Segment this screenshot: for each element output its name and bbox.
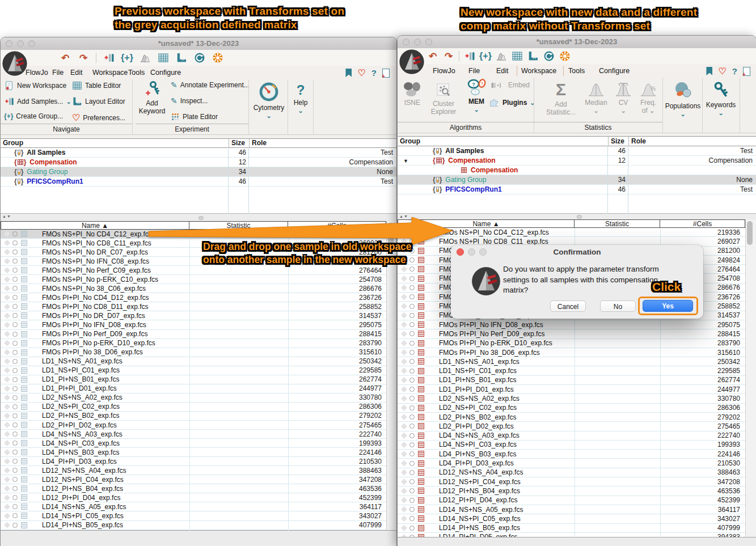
sample-row[interactable]: LD1_NS+NS_A01_exp.fcs 250342: [398, 357, 745, 366]
create-group-icon[interactable]: {+}: [480, 50, 491, 62]
splitter-handle[interactable]: [198, 216, 204, 220]
sample-row[interactable]: LD1_PI+PI_D01_exp.fcs 244977: [1, 384, 386, 393]
sample-row[interactable]: FMOs PI+PI_No p-ERK_D10_exp.fcs 283790: [1, 339, 386, 348]
sample-row[interactable]: LD14_PI+NS_B05_exp.fcs 407999: [398, 524, 745, 533]
layout-editor-button[interactable]: Layout Editor: [72, 96, 125, 107]
sample-row[interactable]: LD1_PI+NS_B01_exp.fcs 262774: [1, 375, 386, 384]
refresh-icon[interactable]: [543, 50, 555, 62]
sample-row[interactable]: LD12_NS+NS_A04_exp.fcs 388463: [398, 468, 745, 477]
help-button[interactable]: ? Help: [289, 82, 312, 115]
add-statistic-button[interactable]: Σ Add Statistic...: [543, 79, 579, 116]
splitter-arrows-icon[interactable]: ▲▼: [2, 214, 11, 218]
sample-row[interactable]: FMOs PI+PI_No Perf_D09_exp.fcs 288415: [1, 330, 386, 339]
group-row-gating-group[interactable]: Gating Group 34 None: [398, 175, 756, 185]
sample-row[interactable]: FMOs PI+PI_No CD8_D11_exp.fcs 258852: [1, 302, 386, 311]
titlebar[interactable]: *unsaved* 13-Dec-2023: [1, 37, 396, 50]
sample-row[interactable]: LD2_PI+PI_D02_exp.fcs 275465: [1, 421, 386, 430]
populations-button[interactable]: Populations: [665, 81, 701, 118]
sample-row[interactable]: LD14_NS+NS_A05_exp.fcs 364117: [398, 505, 745, 514]
sample-row[interactable]: LD14_NS+PI_C05_exp.fcs 343027: [398, 514, 745, 523]
keywords-button[interactable]: Keywords: [704, 81, 737, 117]
zoom-button[interactable]: [425, 39, 432, 45]
sample-row[interactable]: LD1_NS+PI_C01_exp.fcs 229585: [398, 366, 745, 375]
sample-row[interactable]: LD2_NS+NS_A02_exp.fcs 330780: [1, 393, 386, 403]
freq-of-button[interactable]: % Freq. of: [636, 82, 661, 115]
col-group[interactable]: Group: [398, 137, 609, 146]
col-size[interactable]: Size: [229, 139, 250, 147]
menu-configure[interactable]: Configure: [150, 66, 181, 79]
sample-row[interactable]: LD1_PI+PI_D01_exp.fcs 244977: [398, 385, 745, 394]
embed-button[interactable]: Embed: [491, 81, 530, 89]
wheel-icon[interactable]: [559, 50, 571, 62]
sample-row[interactable]: LD14_PI+NS_B05_exp.fcs 407999: [1, 521, 386, 530]
sample-row[interactable]: LD12_PI+NS_B04_exp.fcs 463536: [398, 486, 745, 496]
table-editor-icon[interactable]: [512, 50, 523, 62]
group-row-gating-group[interactable]: Gating Group 34 None: [1, 167, 396, 177]
add-samples-icon[interactable]: [103, 52, 115, 64]
cluster-explorer-button[interactable]: Cluster Explorer: [426, 82, 461, 116]
redo-icon[interactable]: [443, 50, 454, 62]
help-icon[interactable]: [371, 68, 377, 78]
zoom-button[interactable]: [28, 40, 35, 47]
sample-row[interactable]: LD1_NS+PI_C01_exp.fcs 229585: [1, 366, 386, 375]
group-row-pficscomprun1[interactable]: PFICSCompRun1 46 Test: [398, 185, 756, 194]
close-button[interactable]: [403, 39, 409, 45]
undo-icon[interactable]: [427, 50, 438, 62]
layout-editor-icon[interactable]: [176, 52, 187, 64]
expander-icon[interactable]: [403, 156, 411, 164]
col-role[interactable]: Role: [629, 137, 756, 146]
sample-row[interactable]: FMOs NS+PI_No Perf_C09_exp.fcs 276464: [1, 266, 386, 275]
sample-row[interactable]: LD2_PI+NS_B02_exp.fcs 279202: [398, 413, 745, 422]
sample-row[interactable]: LD4_PI+PI_D03_exp.fcs 210530: [398, 459, 745, 468]
col-name[interactable]: Name ▲: [398, 219, 575, 228]
vertical-scrollbar[interactable]: [745, 219, 756, 537]
mem-button[interactable]: ??? MEM: [464, 79, 488, 113]
cytometry-button[interactable]: Cytometry: [251, 82, 286, 120]
sample-row[interactable]: LD4_NS+PI_C03_exp.fcs 199393: [1, 439, 386, 448]
col-role[interactable]: Role: [250, 139, 396, 147]
sample-row[interactable]: LD12_PI+PI_D04_exp.fcs 452399: [398, 496, 745, 505]
histogram-icon[interactable]: [496, 50, 507, 62]
sample-row[interactable]: FMOs NS+PI_No CD4_C12_exp.fcs 219336: [398, 228, 745, 237]
menu-workspace[interactable]: Workspace: [92, 66, 128, 79]
no-button[interactable]: No: [600, 300, 636, 312]
minimize-button[interactable]: [17, 40, 24, 47]
col-cells[interactable]: #Cells: [660, 219, 745, 228]
sample-row[interactable]: FMOs PI+PI_No IFN_D08_exp.fcs 295075: [398, 320, 745, 329]
menu-file[interactable]: File: [468, 64, 480, 78]
scrollbar-thumb[interactable]: [747, 221, 753, 245]
col-statistic[interactable]: Statistic: [575, 219, 660, 228]
sample-row[interactable]: LD2_PI+PI_D02_exp.fcs 275465: [398, 422, 745, 431]
group-row-compensation[interactable]: Compensation 12 Compensation: [398, 156, 756, 166]
sample-row[interactable]: LD12_PI+NS_B04_exp.fcs 463536: [1, 484, 386, 493]
bookmark-icon[interactable]: [345, 69, 352, 77]
plugins-button[interactable]: Plugins: [488, 97, 535, 108]
menu-tools[interactable]: Tools: [568, 64, 585, 78]
inspect-button[interactable]: ✎ Inspect...: [171, 96, 208, 105]
close-button[interactable]: [6, 40, 12, 47]
sample-row[interactable]: FMOs NS+PI_No 38_C06_exp.fcs 286676: [1, 284, 386, 293]
table-editor-icon[interactable]: [158, 52, 169, 64]
heart-icon[interactable]: [718, 66, 726, 77]
group-row-all-samples[interactable]: All Samples 46 Test: [398, 146, 756, 156]
yes-button[interactable]: Yes: [643, 300, 693, 312]
col-statistic[interactable]: Statistic: [189, 221, 288, 230]
sample-row[interactable]: FMOs NS+PI_No CD4_C12_exp.fcs: [1, 230, 386, 239]
preferences-button[interactable]: Preferences...: [72, 112, 125, 123]
sample-row[interactable]: LD1_NS+NS_A01_exp.fcs 250342: [1, 357, 386, 366]
median-button[interactable]: Median: [582, 82, 610, 115]
help-icon[interactable]: [732, 66, 737, 77]
wheel-icon[interactable]: [212, 52, 223, 64]
new-workspace-button[interactable]: New Workspace: [4, 81, 66, 91]
histogram-icon[interactable]: [140, 52, 151, 64]
group-row-compensation[interactable]: Compensation 12 Compensation: [1, 158, 396, 167]
menu-edit[interactable]: Edit: [496, 64, 509, 78]
redo-icon[interactable]: [78, 52, 89, 64]
tsne-button[interactable]: tSNE: [401, 81, 424, 107]
group-row-pficscomprun1[interactable]: PFICSCompRun1 46 Test: [1, 177, 396, 187]
sample-row[interactable]: FMOs PI+PI_No p-ERK_D10_exp.fcs 283790: [398, 339, 745, 348]
new-doc-icon[interactable]: [382, 69, 390, 78]
sample-row[interactable]: FMOs PI+PI_No IFN_D08_exp.fcs 295075: [1, 320, 386, 329]
annotate-experiment-button[interactable]: ✎ Annotate Experiment...: [171, 81, 250, 90]
col-group[interactable]: Group: [1, 139, 229, 147]
